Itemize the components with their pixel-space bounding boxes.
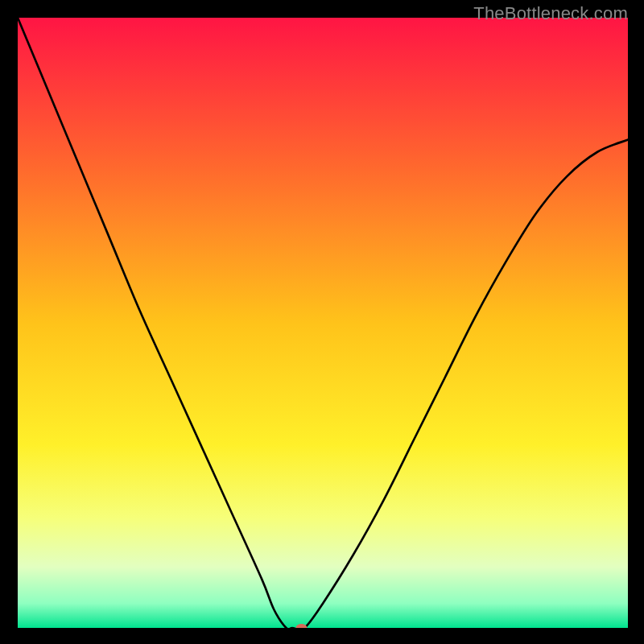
chart-background (18, 18, 628, 628)
bottleneck-chart (18, 18, 628, 628)
watermark-text: TheBottleneck.com (473, 3, 628, 24)
